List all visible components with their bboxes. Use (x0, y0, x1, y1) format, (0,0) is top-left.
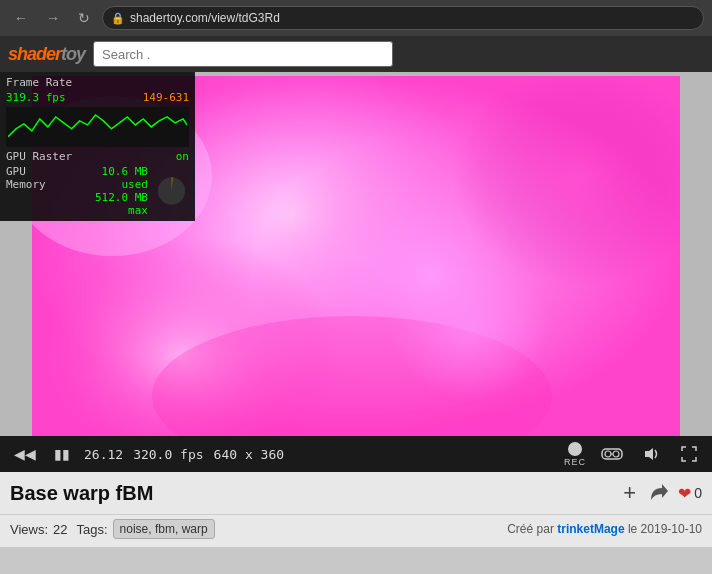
tags-label: Tags: (77, 522, 108, 537)
share-icon (648, 482, 668, 500)
author-link[interactable]: trinketMage (557, 522, 624, 536)
views-count: 22 (53, 522, 67, 537)
playback-fps: 320.0 fps (133, 447, 203, 462)
volume-button[interactable] (638, 444, 666, 464)
svg-point-10 (613, 451, 619, 457)
fullscreen-icon (681, 446, 697, 462)
search-input[interactable] (93, 41, 393, 67)
rec-button[interactable]: REC (564, 442, 586, 467)
reload-button[interactable]: ↻ (72, 6, 96, 30)
site-logo: shadertoy (8, 44, 85, 65)
volume-icon (643, 446, 661, 462)
vr-button[interactable] (596, 445, 628, 463)
share-button[interactable] (646, 480, 670, 507)
pause-button[interactable]: ▮▮ (50, 444, 74, 464)
tags-value[interactable]: noise, fbm, warp (113, 519, 215, 539)
rec-circle-icon (568, 442, 582, 456)
fullscreen-button[interactable] (676, 444, 702, 464)
memory-max: 512.0 MB max (71, 191, 148, 217)
search-wrapper (93, 41, 393, 67)
lock-icon: 🔒 (111, 12, 125, 25)
credit-date: le 2019-10-10 (628, 522, 702, 536)
svg-marker-12 (645, 448, 653, 460)
frame-rate-label: Frame Rate (6, 76, 72, 89)
browser-chrome: ← → ↻ 🔒 shadertoy.com/view/tdG3Rd (0, 0, 712, 36)
gpu-raster-label: GPU Raster (6, 150, 72, 163)
memory-pie-chart (154, 173, 189, 209)
forward-button[interactable]: → (40, 6, 66, 30)
add-button[interactable]: + (621, 478, 638, 508)
perf-overlay: Frame Rate 319.3 fps 149-631 GPU Raster … (0, 72, 195, 221)
views-label: Views: (10, 522, 48, 537)
like-count: 0 (694, 485, 702, 501)
fps-value: 319.3 fps (6, 91, 66, 104)
vr-icon (601, 447, 623, 461)
url-text: shadertoy.com/view/tdG3Rd (130, 11, 280, 25)
search-bar-row: shadertoy (0, 36, 712, 72)
heart-icon: ❤ (678, 484, 691, 503)
address-bar[interactable]: 🔒 shadertoy.com/view/tdG3Rd (102, 6, 704, 30)
gpu-memory-label: GPU Memory (6, 165, 71, 191)
playback-bar: ◀◀ ▮▮ 26.12 320.0 fps 640 x 360 REC (0, 436, 712, 472)
back-button[interactable]: ← (8, 6, 34, 30)
svg-point-9 (605, 451, 611, 457)
info-actions: + ❤ 0 (621, 478, 702, 508)
views-section: Views: 22 Tags: noise, fbm, warp (10, 519, 215, 539)
tags-bar: Views: 22 Tags: noise, fbm, warp Créé pa… (0, 515, 712, 547)
shader-title: Base warp fBM (10, 482, 611, 505)
credit-section: Créé par trinketMage le 2019-10-10 (507, 522, 702, 536)
credit-prefix: Créé par (507, 522, 554, 536)
gpu-raster-status: on (176, 150, 189, 163)
rewind-button[interactable]: ◀◀ (10, 444, 40, 464)
rec-label: REC (564, 457, 586, 467)
playback-size: 640 x 360 (214, 447, 284, 462)
main-content: Frame Rate 319.3 fps 149-631 GPU Raster … (0, 72, 712, 547)
fps-range: 149-631 (143, 91, 189, 104)
playback-time: 26.12 (84, 447, 123, 462)
memory-used: 10.6 MB used (71, 165, 148, 191)
like-button[interactable]: ❤ 0 (678, 484, 702, 503)
fps-graph (6, 107, 189, 147)
info-bar: Base warp fBM + ❤ 0 (0, 472, 712, 515)
